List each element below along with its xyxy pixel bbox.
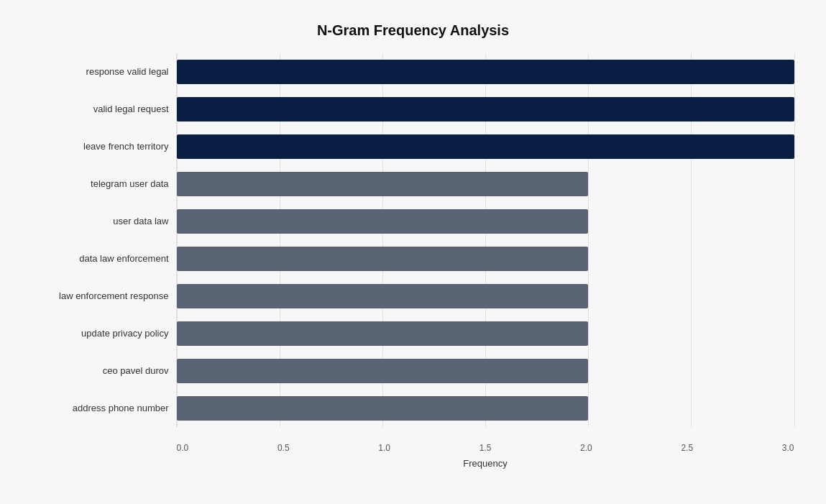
y-label: ceo pavel durov [32, 365, 169, 377]
x-tick: 0.5 [277, 443, 290, 453]
bar [177, 396, 589, 421]
bar-row [177, 55, 794, 88]
bar [177, 134, 794, 159]
y-axis: response valid legalvalid legal requestl… [32, 53, 176, 427]
x-tick: 0.0 [177, 443, 189, 453]
y-label: telegram user data [32, 178, 169, 190]
bar [177, 60, 794, 84]
y-label: data law enforcement [32, 253, 169, 265]
x-axis-label: Frequency [177, 458, 794, 469]
bar [177, 172, 589, 196]
bar [177, 284, 589, 308]
bar-row [177, 242, 794, 275]
x-tick: 1.0 [378, 443, 390, 453]
y-label: address phone number [32, 403, 169, 414]
y-label: update privacy policy [32, 328, 169, 339]
bar [177, 321, 589, 346]
bar-row [177, 93, 794, 126]
y-label: law enforcement response [32, 290, 169, 302]
bar-row [177, 280, 794, 313]
y-label: valid legal request [32, 104, 169, 115]
bar [177, 359, 589, 383]
bar [177, 247, 589, 271]
grid-line [794, 53, 795, 427]
y-label: leave french territory [32, 141, 169, 152]
bar [177, 209, 589, 234]
x-tick: 3.0 [782, 443, 794, 453]
y-label: response valid legal [32, 66, 169, 78]
chart-title: N-Gram Frequency Analysis [32, 22, 794, 39]
bars-area: 0.00.51.01.52.02.53.0 Frequency [176, 53, 794, 427]
bar-row [177, 392, 794, 425]
bar-row [177, 317, 794, 350]
bar-row [177, 168, 794, 201]
bar [177, 97, 794, 122]
bar-row [177, 130, 794, 163]
y-label: user data law [32, 216, 169, 227]
x-tick: 1.5 [479, 443, 492, 453]
x-tick: 2.0 [580, 443, 592, 453]
x-axis: 0.00.51.01.52.02.53.0 [177, 443, 794, 453]
chart-container: N-Gram Frequency Analysis response valid… [18, 8, 809, 497]
bar-row [177, 354, 794, 388]
bar-row [177, 205, 794, 238]
x-tick: 2.5 [681, 443, 693, 453]
chart-area: response valid legalvalid legal requestl… [32, 53, 794, 427]
